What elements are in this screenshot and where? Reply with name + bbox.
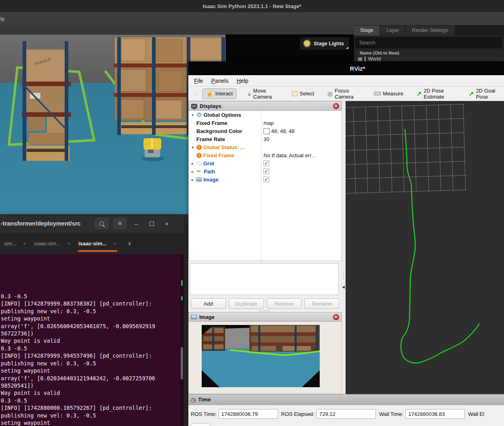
ruler-icon <box>374 92 381 95</box>
displays-description-area <box>190 264 339 295</box>
displays-tree-row[interactable]: Path <box>189 167 342 175</box>
stage-lights-button[interactable]: Stage Lights <box>300 37 349 50</box>
tab-close-icon[interactable]: × <box>113 240 116 247</box>
displays-tree-row[interactable]: Frame Rate 30 <box>189 135 342 143</box>
terminal-title: -transformer/deployment/src <box>0 220 91 227</box>
time-value-input[interactable] <box>405 409 465 419</box>
displays-monitor-icon <box>191 104 197 108</box>
rviz-tool-button[interactable]: Interact <box>202 89 236 99</box>
time-value-input[interactable] <box>219 409 278 419</box>
image-panel-header[interactable]: Image × <box>188 312 342 322</box>
focus-crosshair-icon <box>327 90 333 97</box>
image-panel-icon <box>191 315 197 319</box>
stage-panel: Stage Layer Render Settings Search Name … <box>354 25 504 63</box>
terminal-tab[interactable]: sim... × <box>0 233 30 254</box>
time-field: ROS Time: <box>191 409 278 419</box>
terminal-line: publishing new vel: 0.3, -0.5 <box>1 412 184 419</box>
terminal-tab[interactable]: isaac-sim... × <box>30 233 74 254</box>
stage-panel-tab[interactable]: Stage <box>354 25 380 36</box>
stage-tree-item-world[interactable]: World <box>354 57 504 61</box>
stage-panel-tab[interactable]: Layer <box>380 25 405 36</box>
select-box-icon <box>292 91 297 96</box>
terminal-close-button[interactable]: × <box>161 220 173 227</box>
isaac-window-titlebar: Isaac Sim Python 2023.1.1 - New Stage* <box>0 0 504 13</box>
expand-arrow-icon[interactable] <box>190 177 195 182</box>
rviz-titlebar[interactable]: RViz* <box>188 61 504 75</box>
tab-close-icon[interactable]: × <box>67 240 70 247</box>
move-icon <box>246 91 251 97</box>
rviz-panel-splitter[interactable]: •••• ◀ <box>342 101 346 394</box>
stage-search-input[interactable]: Search <box>356 38 502 48</box>
terminal-menu-button[interactable]: ≡ <box>113 217 127 230</box>
rviz-tool-button[interactable]: 2D Pose Estimate <box>413 86 459 102</box>
displays-close-button[interactable]: × <box>333 103 339 109</box>
displays-tree-row[interactable]: Grid <box>189 159 342 167</box>
expand-arrow-icon[interactable] <box>190 145 195 150</box>
terminal-line: Way point is valid <box>1 337 184 344</box>
time-panel-header[interactable]: ◷ Time <box>188 394 504 405</box>
terminal-minimize-button[interactable]: – <box>130 220 142 227</box>
time-fields: ROS Time: ROS Elapsed: Wall Time: Wall E… <box>188 405 504 419</box>
reset-button-partial[interactable] <box>191 423 210 426</box>
stage-name-header[interactable]: Name (Old to New) <box>354 50 504 57</box>
stage-panel-tab[interactable]: Render Settings <box>406 25 454 36</box>
isaac-menubar[interactable]: lp <box>0 12 504 25</box>
rviz-tool-button[interactable]: Select <box>289 89 318 99</box>
stage-lights-label: Stage Lights <box>314 41 344 46</box>
tab-close-icon[interactable]: × <box>23 240 26 247</box>
hamburger-icon: ≡ <box>118 220 122 227</box>
expand-arrow-icon[interactable] <box>190 161 195 166</box>
rviz-tool-button[interactable]: Move Camera <box>243 86 283 102</box>
displays-action-button[interactable]: Remove <box>267 298 302 309</box>
isaac-menu-partial[interactable]: lp <box>0 16 4 22</box>
time-value-input[interactable] <box>316 409 376 419</box>
terminal-maximize-button[interactable] <box>146 220 158 227</box>
terminal-output[interactable]: 0.3 -0.5[INFO] [1742879999.883738382] [p… <box>0 254 184 426</box>
rviz-tool-button[interactable]: 2D Goal Pose <box>465 86 504 102</box>
rviz-toolbar: Interact Move Camera Select Focus Camera… <box>188 86 504 101</box>
rviz-tool-button[interactable]: Measure <box>370 89 407 99</box>
terminal-line: array('f', [0.026560042053461075, -0.009… <box>1 323 184 330</box>
displays-panel-header[interactable]: Displays × <box>188 101 342 111</box>
displays-tree-row[interactable]: Global Options <box>189 111 342 119</box>
terminal-search-button[interactable] <box>95 217 109 230</box>
expand-arrow-icon[interactable] <box>190 169 195 174</box>
displays-tree-row[interactable]: Image <box>189 175 342 183</box>
rviz-menubar: File Panels Help <box>188 75 504 86</box>
enabled-checkbox[interactable] <box>264 177 269 182</box>
displays-action-button[interactable]: Rename <box>304 298 340 309</box>
rviz-menu-item[interactable]: Panels <box>211 78 229 84</box>
terminal-tab[interactable]: isaac-sim... × <box>74 233 120 254</box>
terminal-line: [INFO] [1742879999.994557496] [pd_contro… <box>1 352 184 359</box>
displays-tree-row[interactable]: Fixed Frame map <box>189 119 342 127</box>
world-status-bar-icon <box>365 57 366 61</box>
rviz-title: RViz* <box>350 65 365 72</box>
collapse-panel-arrow-icon[interactable]: ◀ <box>342 285 345 289</box>
displays-buttons: Add Duplicate Remove Rename <box>191 298 340 309</box>
terminal-line: seting waypoint <box>1 367 184 374</box>
image-icon <box>196 177 202 181</box>
light-bulb-icon <box>304 40 310 46</box>
rviz-menu-item[interactable]: File <box>194 78 203 84</box>
chevron-down-icon[interactable]: ∨ <box>128 240 132 247</box>
displays-tree-row[interactable]: Background Color 48; 48; 48 <box>189 127 342 135</box>
expand-arrow-icon[interactable] <box>190 113 195 117</box>
rviz-3d-view-canvas <box>346 101 504 394</box>
displays-action-button[interactable]: Duplicate <box>229 298 264 309</box>
rviz-menu-item[interactable]: Help <box>236 78 248 84</box>
terminal-scrollbar[interactable] <box>180 254 184 426</box>
displays-tree-row[interactable]: Global Status: ... <box>189 143 342 151</box>
image-panel-body <box>188 322 342 394</box>
displays-action-button[interactable]: Add <box>191 298 226 309</box>
enabled-checkbox[interactable] <box>264 169 269 174</box>
displays-tree: Global Options Fixed Frame <box>188 111 342 261</box>
green-arrow-icon <box>469 90 474 97</box>
terminal-titlebar[interactable]: -transformer/deployment/src ≡ – × <box>0 214 184 233</box>
rviz-3d-view[interactable]: •••••• <box>346 101 504 394</box>
image-close-button[interactable]: × <box>333 314 339 320</box>
camera-rack-right <box>249 325 320 352</box>
displays-tree-row[interactable]: Fixed Frame No tf data. Actual err... <box>189 151 342 159</box>
rviz-tool-button[interactable]: Focus Camera <box>324 86 364 102</box>
enabled-checkbox[interactable] <box>264 160 269 166</box>
color-swatch <box>264 128 270 134</box>
